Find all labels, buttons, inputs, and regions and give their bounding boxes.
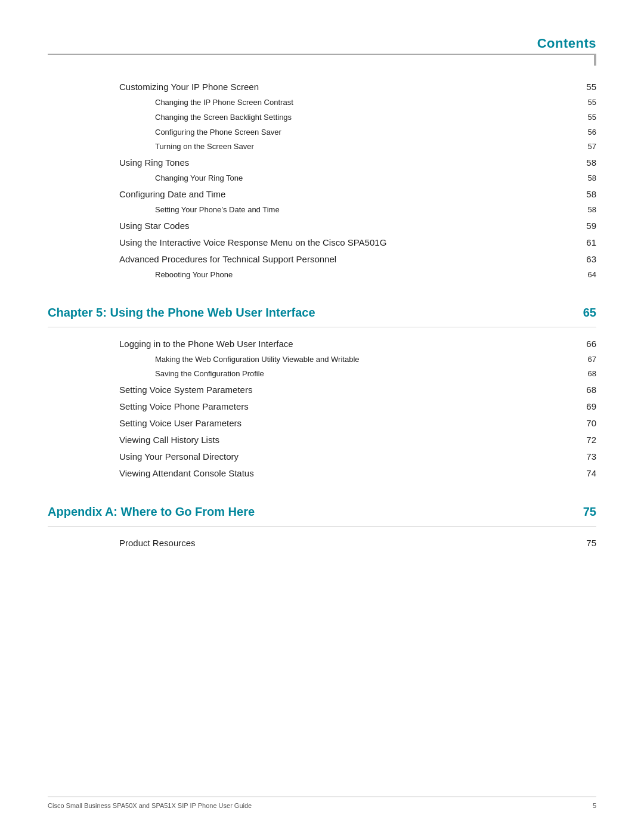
toc-text: Advanced Procedures for Technical Suppor… [119, 252, 578, 267]
chapter-heading-0: Chapter 5: Using the Phone Web User Inte… [48, 303, 596, 322]
toc-entry-3: Configuring the Phone Screen Saver 56 [48, 126, 596, 139]
chapter-entry-0-5: Setting Voice User Parameters 70 [48, 416, 596, 431]
toc-page: 58 [578, 156, 596, 170]
toc-entry-6: Changing Your Ring Tone 58 [48, 172, 596, 185]
page: Contents Customizing Your IP Phone Scree… [0, 0, 644, 833]
appendix-heading-1: Appendix A: Where to Go From Here 75 [48, 502, 596, 521]
toc-text: Configuring the Phone Screen Saver [155, 126, 578, 139]
contents-title: Contents [537, 36, 596, 51]
toc-text: Making the Web Configuration Utility Vie… [155, 354, 578, 366]
chapter-entry-0-0: Logging in to the Phone Web User Interfa… [48, 337, 596, 351]
chapter-entry-0-7: Using Your Personal Directory 73 [48, 450, 596, 464]
chapter-5-section: Chapter 5: Using the Phone Web User Inte… [48, 303, 596, 481]
toc-page: 63 [578, 252, 596, 267]
toc-entry-11: Advanced Procedures for Technical Suppor… [48, 252, 596, 267]
page-header: Contents [48, 36, 596, 51]
toc-page: 66 [578, 337, 596, 351]
toc-text: Customizing Your IP Phone Screen [119, 80, 578, 94]
toc-entry-12: Rebooting Your Phone 64 [48, 269, 596, 281]
toc-page: 64 [578, 269, 596, 281]
toc-text: Setting Voice Phone Parameters [119, 400, 578, 414]
toc-text: Product Resources [119, 536, 578, 550]
toc-page: 58 [578, 172, 596, 185]
appendix-a-section: Appendix A: Where to Go From Here 75 Pro… [48, 502, 596, 550]
appendix-page: 75 [578, 502, 596, 521]
toc-text: Turning on the Screen Saver [155, 141, 578, 153]
chapter-entry-0-1: Making the Web Configuration Utility Vie… [48, 354, 596, 366]
toc-text: Changing Your Ring Tone [155, 172, 578, 185]
toc-page: 61 [578, 236, 596, 250]
toc-page: 55 [578, 80, 596, 94]
toc-text: Setting Voice User Parameters [119, 416, 578, 431]
toc-entry-10: Using the Interactive Voice Response Men… [48, 236, 596, 250]
toc-entry-5: Using Ring Tones 58 [48, 156, 596, 170]
header-accent-bar [594, 55, 596, 66]
toc-page: 58 [578, 187, 596, 202]
toc-text: Configuring Date and Time [119, 187, 578, 202]
toc-text: Using the Interactive Voice Response Men… [119, 236, 578, 250]
chapter-entry-0-8: Viewing Attendant Console Status 74 [48, 466, 596, 481]
toc-page: 67 [578, 354, 596, 366]
appendix-title: Appendix A: Where to Go From Here [48, 502, 578, 521]
toc-page: 56 [578, 126, 596, 139]
toc-text: Using Your Personal Directory [119, 450, 578, 464]
toc-page: 68 [578, 383, 596, 397]
toc-text: Viewing Attendant Console Status [119, 466, 578, 481]
toc-page: 59 [578, 219, 596, 233]
toc-text: Rebooting Your Phone [155, 269, 578, 281]
chapter-rule-0 [48, 327, 596, 327]
toc-text: Using Star Codes [119, 219, 578, 233]
chapter-entry-0-6: Viewing Call History Lists 72 [48, 433, 596, 447]
chapter-page: 65 [578, 303, 596, 322]
chapter-entry-0-3: Setting Voice System Parameters 68 [48, 383, 596, 397]
toc-entry-8: Setting Your Phone’s Date and Time 58 [48, 204, 596, 216]
chapter-entry-0-2: Saving the Configuration Profile 68 [48, 368, 596, 380]
toc-text: Viewing Call History Lists [119, 433, 578, 447]
toc-page: 72 [578, 433, 596, 447]
toc-text: Setting Voice System Parameters [119, 383, 578, 397]
toc-entry-7: Configuring Date and Time 58 [48, 187, 596, 202]
toc-text: Saving the Configuration Profile [155, 368, 578, 380]
toc-pre-chapter: Customizing Your IP Phone Screen 55 Chan… [48, 80, 596, 281]
toc-page: 58 [578, 204, 596, 216]
toc-page: 69 [578, 400, 596, 414]
footer-page-number: 5 [593, 802, 596, 809]
chapter-title: Chapter 5: Using the Phone Web User Inte… [48, 303, 578, 322]
toc-page: 70 [578, 416, 596, 431]
toc-text: Setting Your Phone’s Date and Time [155, 204, 578, 216]
toc-entry-4: Turning on the Screen Saver 57 [48, 141, 596, 153]
toc-page: 55 [578, 112, 596, 124]
toc-entry-9: Using Star Codes 59 [48, 219, 596, 233]
toc-page: 75 [578, 536, 596, 550]
toc-page: 68 [578, 368, 596, 380]
header-accent [48, 55, 596, 66]
toc-page: 73 [578, 450, 596, 464]
toc-text: Changing the Screen Backlight Settings [155, 112, 578, 124]
toc-entry-0: Customizing Your IP Phone Screen 55 [48, 80, 596, 94]
toc-page: 55 [578, 97, 596, 109]
appendix-entry-1-0: Product Resources 75 [48, 536, 596, 550]
toc-entry-2: Changing the Screen Backlight Settings 5… [48, 112, 596, 124]
appendix-rule-1 [48, 526, 596, 527]
chapter-entry-0-4: Setting Voice Phone Parameters 69 [48, 400, 596, 414]
page-footer: Cisco Small Business SPA50X and SPA51X S… [48, 797, 596, 809]
toc-text: Logging in to the Phone Web User Interfa… [119, 337, 578, 351]
toc-text: Changing the IP Phone Screen Contrast [155, 97, 578, 109]
toc-page: 57 [578, 141, 596, 153]
toc-entry-1: Changing the IP Phone Screen Contrast 55 [48, 97, 596, 109]
toc-page: 74 [578, 466, 596, 481]
footer-left-text: Cisco Small Business SPA50X and SPA51X S… [48, 802, 252, 809]
toc-text: Using Ring Tones [119, 156, 578, 170]
